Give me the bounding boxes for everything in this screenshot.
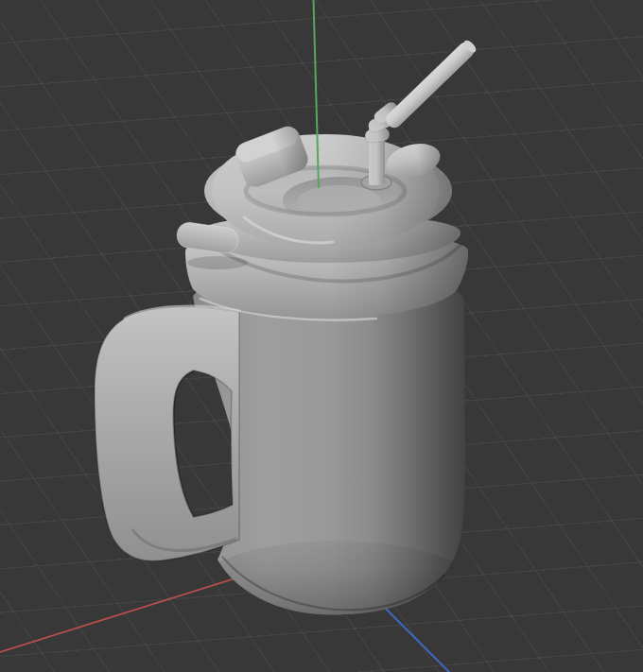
mug-handle (95, 306, 239, 560)
viewport-scene (0, 0, 643, 672)
x-axis-line (0, 576, 244, 652)
mug-model[interactable] (95, 38, 478, 631)
3d-viewport[interactable] (0, 0, 643, 672)
